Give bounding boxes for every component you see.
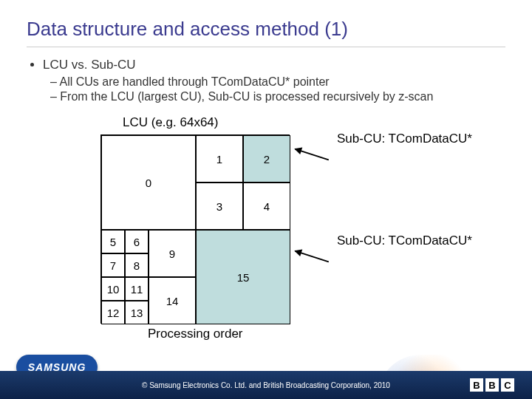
cell-10: 10: [101, 277, 125, 301]
lcu-label: LCU (e.g. 64x64): [123, 115, 218, 130]
bullet-sub-2: From the LCU (largest CU), Sub-CU is pro…: [64, 90, 505, 103]
bbc-b2: B: [485, 378, 499, 392]
footer-bar: © Samsung Electronics Co. Ltd. and Briti…: [0, 371, 532, 399]
bbc-c: C: [501, 378, 514, 392]
cell-5: 5: [101, 230, 125, 253]
processing-order-label: Processing order: [148, 327, 243, 341]
cell-6: 6: [125, 230, 149, 253]
bullet-sub-1: All CUs are handled through TComDataCU* …: [64, 75, 505, 89]
cell-3: 3: [196, 183, 243, 230]
cell-13: 13: [125, 301, 149, 324]
cell-15: 15: [196, 230, 290, 324]
bullet-main-text: LCU vs. Sub-CU: [43, 58, 136, 72]
copyright-text: © Samsung Electronics Co. Ltd. and Briti…: [142, 381, 390, 389]
bullet-lcu-vs-subcu: LCU vs. Sub-CU All CUs are handled throu…: [43, 58, 505, 103]
title-rule: [27, 47, 505, 47]
cell-11: 11: [125, 277, 149, 301]
cell-9: 9: [149, 230, 196, 277]
bbc-b1: B: [470, 378, 483, 392]
arrow-to-cell-2: [295, 149, 329, 161]
cell-4: 4: [243, 183, 290, 230]
cell-14: 14: [149, 277, 196, 324]
cell-12: 12: [101, 301, 125, 324]
arrow-to-cell-15: [295, 250, 329, 263]
cell-1: 1: [196, 135, 243, 183]
cell-8: 8: [125, 253, 149, 277]
content-area: LCU vs. Sub-CU All CUs are handled throu…: [0, 58, 532, 340]
page-title: Data structure and access method (1): [0, 0, 532, 47]
bbc-logo: B B C: [470, 378, 514, 392]
annotation-subcu-bottom: Sub-CU: TComDataCU*: [337, 233, 472, 248]
cell-2: 2: [243, 135, 290, 183]
cell-0: 0: [101, 135, 196, 230]
lcu-grid: 0 1 2 3 4 5 6 7 8 9 10 11 12 13 14 15: [100, 134, 290, 324]
cell-7: 7: [101, 253, 125, 277]
lcu-diagram: LCU (e.g. 64x64) 0 1 2 3 4 5 6 7 8 9 10 …: [78, 118, 492, 340]
annotation-subcu-top: Sub-CU: TComDataCU*: [337, 132, 472, 146]
